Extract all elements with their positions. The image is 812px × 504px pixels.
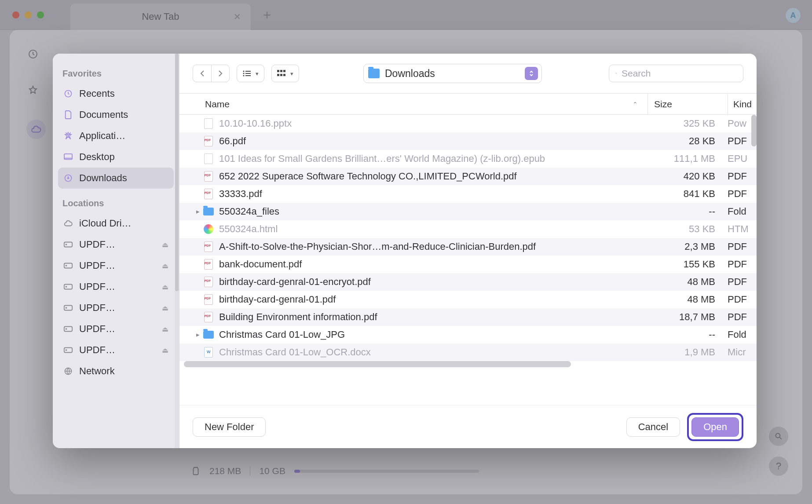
eject-icon[interactable]: ⏏ [162, 304, 168, 312]
disk-icon [63, 240, 73, 249]
file-name: 550324a.html [219, 223, 647, 235]
file-row[interactable]: ▸Christmas Card 01-Low_JPG--Fold [179, 326, 757, 343]
eject-icon[interactable]: ⏏ [162, 325, 168, 333]
grid-icon [277, 70, 286, 77]
sidebar-item-recents[interactable]: Recents [58, 83, 174, 104]
file-name: 652 2022 Superace Software Technology CO… [219, 171, 647, 182]
sidebar-item-label: UPDF… [79, 260, 156, 271]
desktop-icon [63, 152, 73, 162]
sidebar-location-7[interactable]: Network [58, 361, 174, 382]
file-size: 48 MB [647, 276, 728, 288]
file-list[interactable]: 10.10-10.16.pptx325 KBPow66.pdf28 KBPDF1… [179, 115, 757, 405]
svg-point-18 [243, 70, 244, 72]
disclosure-triangle-icon[interactable]: ▸ [194, 208, 201, 215]
disk-icon [63, 303, 73, 313]
sidebar-location-0[interactable]: iCloud Dri… [58, 213, 174, 234]
column-kind[interactable]: Kind [728, 94, 757, 114]
list-view-selector[interactable]: ▾ [237, 65, 264, 82]
location-dropdown[interactable]: Downloads [363, 64, 542, 83]
svg-rect-7 [64, 263, 72, 268]
file-row[interactable]: A-Shift-to-Solve-the-Physician-Shor…m-an… [179, 238, 757, 256]
svg-point-16 [66, 350, 67, 351]
svg-rect-23 [245, 75, 251, 76]
svg-rect-24 [277, 70, 279, 72]
column-size[interactable]: Size [647, 94, 728, 114]
file-name: birthday-card-genral-01-encryot.pdf [219, 276, 647, 288]
horizontal-scrollbar-thumb[interactable] [184, 361, 571, 367]
app-window-backdrop: New Tab ✕ ＋ A 218 MB 10 GB ? Favorites [0, 0, 812, 504]
column-name[interactable]: Name [205, 99, 633, 110]
file-row: 10.10-10.16.pptx325 KBPow [179, 115, 757, 132]
file-kind: Fold [728, 206, 757, 217]
file-name: 10.10-10.16.pptx [219, 118, 647, 129]
svg-rect-25 [280, 70, 282, 72]
list-icon [242, 70, 251, 77]
file-kind: PDF [728, 311, 757, 323]
column-header-row: Name ⌃ Size Kind [179, 94, 757, 115]
sidebar-location-2[interactable]: UPDF…⏏ [58, 255, 174, 276]
sidebar-item-documents[interactable]: Documents [58, 104, 174, 125]
disclosure-triangle-icon[interactable]: ▸ [194, 331, 201, 339]
file-kind: PDF [728, 241, 757, 252]
sidebar-location-5[interactable]: UPDF…⏏ [58, 318, 174, 340]
search-input[interactable] [622, 68, 737, 79]
eject-icon[interactable]: ⏏ [162, 283, 168, 291]
file-type-icon [203, 225, 214, 234]
file-type-icon [203, 278, 214, 286]
file-size: 111,1 MB [647, 153, 728, 164]
locations-heading: Locations [62, 198, 169, 208]
file-kind: PDF [728, 188, 757, 200]
sidebar-item-applicati-[interactable]: Applicati… [58, 125, 174, 146]
cancel-button[interactable]: Cancel [626, 417, 680, 437]
file-size: 325 KB [647, 118, 728, 129]
group-view-selector[interactable]: ▾ [271, 65, 299, 82]
file-kind: PDF [728, 294, 757, 305]
sidebar-scrollbar-thumb[interactable] [175, 54, 179, 291]
file-kind: PDF [728, 276, 757, 288]
sidebar-location-6[interactable]: UPDF…⏏ [58, 340, 174, 361]
file-row[interactable]: birthday-card-genral-01.pdf48 MBPDF [179, 291, 757, 308]
sidebar-location-1[interactable]: UPDF…⏏ [58, 234, 174, 255]
file-type-icon [203, 260, 214, 269]
globe-icon [63, 366, 73, 376]
sidebar-location-4[interactable]: UPDF…⏏ [58, 297, 174, 318]
forward-button[interactable] [211, 65, 230, 82]
eject-icon[interactable]: ⏏ [162, 346, 168, 354]
svg-point-10 [66, 286, 67, 287]
search-field[interactable] [609, 65, 743, 82]
disk-icon [63, 345, 73, 355]
svg-rect-27 [277, 74, 279, 76]
vertical-scrollbar-thumb[interactable] [751, 115, 757, 146]
eject-icon[interactable]: ⏏ [162, 241, 168, 249]
open-button-highlight: Open [687, 413, 743, 441]
folder-icon [368, 69, 380, 78]
sidebar-item-downloads[interactable]: Downloads [58, 168, 174, 189]
file-row[interactable]: birthday-card-genral-01-encryot.pdf48 MB… [179, 273, 757, 291]
back-button[interactable] [193, 65, 211, 82]
eject-icon[interactable]: ⏏ [162, 262, 168, 270]
file-row[interactable]: 66.pdf28 KBPDF [179, 132, 757, 150]
svg-point-22 [243, 75, 244, 76]
open-button[interactable]: Open [691, 417, 739, 437]
file-row[interactable]: 652 2022 Superace Software Technology CO… [179, 168, 757, 185]
file-row[interactable]: bank-document.pdf155 KBPDF [179, 256, 757, 273]
file-row[interactable]: ▸550324a_files--Fold [179, 203, 757, 220]
chevron-down-icon: ▾ [290, 70, 293, 77]
sidebar-item-desktop[interactable]: Desktop [58, 146, 174, 168]
file-type-icon [203, 313, 214, 321]
file-kind: HTM [728, 223, 757, 235]
file-type-icon [203, 119, 214, 128]
nav-back-forward [193, 65, 230, 82]
file-size: 18,7 MB [647, 311, 728, 323]
sidebar-item-label: UPDF… [79, 302, 156, 314]
file-type-icon [203, 348, 214, 357]
sidebar-item-label: UPDF… [79, 323, 156, 335]
file-row[interactable]: 33333.pdf841 KBPDF [179, 185, 757, 203]
dialog-sidebar: Favorites RecentsDocumentsApplicati…Desk… [53, 54, 179, 448]
file-row[interactable]: Building Environment information.pdf18,7… [179, 308, 757, 326]
sidebar-scrollbar-track [175, 54, 179, 448]
new-folder-button[interactable]: New Folder [193, 417, 266, 437]
sort-ascending-icon[interactable]: ⌃ [633, 101, 638, 108]
sidebar-location-3[interactable]: UPDF…⏏ [58, 276, 174, 297]
favorites-heading: Favorites [62, 69, 169, 79]
